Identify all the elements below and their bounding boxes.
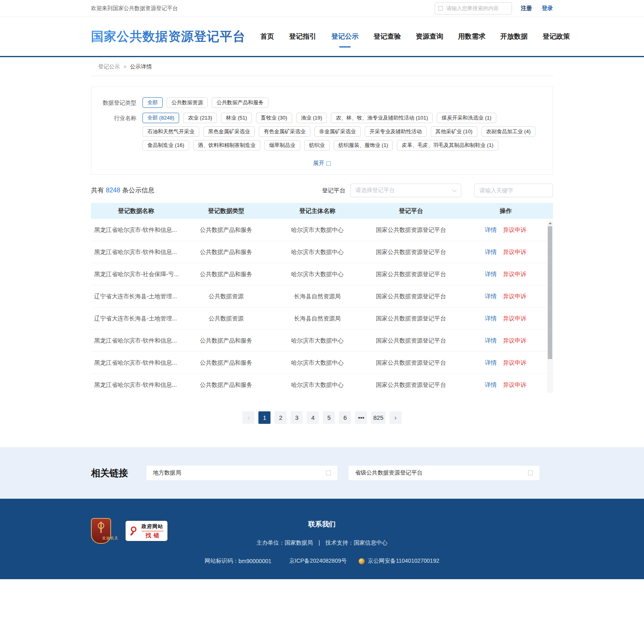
expand-button[interactable]: 展开 — [313, 160, 331, 167]
topbar-search[interactable] — [435, 2, 512, 14]
filter-type-label: 数据登记类型 — [99, 97, 136, 108]
industry-chip[interactable]: 全部 (8248) — [142, 113, 179, 123]
table-header: 登记数据名称 登记数据类型 登记主体名称 登记平台 操作 — [91, 203, 553, 219]
page-button[interactable]: 4 — [307, 411, 319, 424]
appeal-link[interactable]: 异议申诉 — [503, 359, 526, 366]
detail-link[interactable]: 详情 — [485, 382, 497, 388]
industry-chip[interactable]: 其他采矿业 (10) — [431, 126, 477, 137]
page-button[interactable]: 6 — [339, 411, 351, 424]
government-agency-badge[interactable]: 党政机关 — [91, 518, 111, 544]
industry-chip[interactable]: 林业 (51) — [221, 113, 252, 123]
table-body: 黑龙江省哈尔滨市-软件和信息... 公共数据产品和服务 哈尔滨市大数据中心 国家… — [91, 219, 553, 393]
table-scrollbar[interactable] — [547, 220, 553, 393]
industry-chip[interactable]: 农、林、牧、渔专业及辅助性活动 (101) — [331, 113, 433, 123]
cell-data-type: 公共数据产品和服务 — [181, 226, 271, 234]
breadcrumb: 登记公示 > 公示详情 — [91, 57, 553, 76]
industry-chip[interactable]: 黑色金属矿采选业 — [203, 126, 255, 137]
nav-policy[interactable]: 登记政策 — [543, 32, 570, 41]
cell-subject: 哈尔滨市大数据中心 — [271, 248, 364, 256]
type-chip[interactable]: 公共数据资源 — [167, 97, 208, 108]
appeal-link[interactable]: 异议申诉 — [503, 337, 526, 344]
industry-chip[interactable]: 食品制造业 (16) — [142, 140, 189, 151]
search-input[interactable] — [435, 2, 512, 14]
nav-home[interactable]: 首页 — [260, 32, 274, 41]
table-row: 黑龙江省哈尔滨市-软件和信息... 公共数据产品和服务 哈尔滨市大数据中心 国家… — [91, 219, 553, 241]
appeal-link[interactable]: 异议申诉 — [503, 293, 526, 299]
col-header-actions: 操作 — [458, 207, 553, 215]
topbar: 欢迎来到国家公共数据资源登记平台 注册 登录 — [0, 0, 644, 17]
type-chip[interactable]: 公共数据产品和服务 — [212, 97, 268, 108]
detail-link[interactable]: 详情 — [485, 227, 497, 233]
platform-select[interactable]: 请选择登记平台 — [350, 184, 461, 197]
nav-open-data[interactable]: 开放数据 — [500, 32, 528, 41]
cell-data-type: 公共数据产品和服务 — [181, 359, 271, 367]
next-page-button[interactable]: › — [390, 411, 402, 424]
site-error-report-badge[interactable]: 政府网站 找错 — [125, 520, 168, 542]
related-links-section: 相关链接 地方数据局 省级公共数据资源登记平台 — [0, 447, 644, 499]
page-button[interactable]: 2 — [275, 411, 287, 424]
industry-chip[interactable]: 农业 (213) — [183, 113, 217, 123]
detail-link[interactable]: 详情 — [485, 359, 497, 366]
industry-chip[interactable]: 开采专业及辅助性活动 — [365, 126, 427, 137]
icp-number: 京ICP备2024082809号 — [289, 557, 347, 565]
industry-chip[interactable]: 煤炭开采和洗选业 (1) — [437, 113, 496, 123]
scroll-up-icon[interactable] — [547, 220, 553, 226]
pagination: ‹ 1 2 3 4 5 6 ••• 825 › — [91, 411, 553, 447]
related-link-provincial-platform[interactable]: 省级公共数据资源登记平台 — [349, 466, 539, 480]
register-link[interactable]: 注册 — [521, 5, 532, 12]
industry-chip[interactable]: 渔业 (19) — [296, 113, 327, 123]
scrollbar-thumb[interactable] — [548, 226, 552, 359]
detail-link[interactable]: 详情 — [485, 249, 497, 255]
keyword-input[interactable] — [474, 184, 553, 197]
industry-chip[interactable]: 石油和天然气开采业 — [142, 126, 199, 137]
count-suffix: 条公示信息 — [122, 187, 155, 194]
page-button[interactable]: 5 — [323, 411, 335, 424]
page-button[interactable]: 825 — [371, 411, 385, 424]
breadcrumb-separator: > — [124, 64, 126, 70]
prev-page-button[interactable]: ‹ — [242, 411, 254, 424]
table-row: 辽宁省大连市长海县-土地管理... 公共数据资源 长海县自然资源局 国家公共数据… — [91, 308, 553, 330]
cell-platform: 国家公共数据资源登记平台 — [363, 226, 458, 234]
table-row: 黑龙江省哈尔滨市-软件和信息... 公共数据产品和服务 哈尔滨市大数据中心 国家… — [91, 330, 553, 352]
industry-chip[interactable]: 农副食品加工业 (4) — [481, 126, 536, 137]
appeal-link[interactable]: 异议申诉 — [503, 227, 526, 233]
industry-chip[interactable]: 烟草制品业 — [264, 140, 300, 151]
detail-link[interactable]: 详情 — [485, 271, 497, 277]
nav-data-demand[interactable]: 用数需求 — [458, 32, 485, 41]
site-code-label: 网站标识码： — [205, 557, 239, 565]
detail-link[interactable]: 详情 — [485, 337, 497, 344]
appeal-link[interactable]: 异议申诉 — [503, 382, 526, 388]
appeal-link[interactable]: 异议申诉 — [503, 271, 526, 277]
industry-chip[interactable]: 畜牧业 (30) — [256, 113, 292, 123]
detail-link[interactable]: 详情 — [485, 293, 497, 299]
industry-chip[interactable]: 有色金属矿采选业 — [259, 126, 310, 137]
cell-subject: 哈尔滨市大数据中心 — [271, 359, 364, 367]
related-link-local-bureau[interactable]: 地方数据局 — [147, 466, 337, 480]
industry-chip[interactable]: 非金属矿采选业 — [314, 126, 361, 137]
nav-resource-query[interactable]: 资源查询 — [416, 32, 443, 41]
table-row: 辽宁省大连市长海县-土地管理... 公共数据资源 长海县自然资源局 国家公共数据… — [91, 285, 553, 308]
breadcrumb-parent[interactable]: 登记公示 — [98, 63, 120, 70]
nav-guide[interactable]: 登记指引 — [289, 32, 316, 41]
footer: 党政机关 政府网站 找错 联系我们 主办单位：国家数据局 | 技术支持：国家信息… — [0, 499, 644, 579]
industry-chip[interactable]: 皮革、毛皮、羽毛及其制品和制鞋业 (1) — [397, 140, 498, 151]
industry-chip[interactable]: 纺织服装、服饰业 (1) — [334, 140, 393, 151]
filter-panel: 数据登记类型 全部 公共数据资源 公共数据产品和服务 行业名称 全部 (8248… — [91, 87, 553, 175]
count-prefix: 共有 — [91, 187, 104, 194]
page-button[interactable]: 1 — [258, 411, 270, 424]
detail-link[interactable]: 详情 — [485, 315, 497, 322]
chevron-down-icon — [326, 471, 331, 475]
industry-chip[interactable]: 纺织业 — [304, 140, 330, 151]
site-code-value: bm90000001 — [239, 558, 272, 564]
type-chip[interactable]: 全部 — [142, 97, 163, 108]
find-badge-bottom-label: 找错 — [142, 531, 163, 539]
page-ellipsis[interactable]: ••• — [355, 411, 367, 424]
page-button[interactable]: 3 — [291, 411, 303, 424]
nav-verify[interactable]: 登记查验 — [374, 32, 401, 41]
divider — [91, 76, 553, 76]
industry-chip[interactable]: 酒、饮料和精制茶制造业 — [193, 140, 260, 151]
appeal-link[interactable]: 异议申诉 — [503, 315, 526, 322]
login-link[interactable]: 登录 — [542, 5, 553, 12]
appeal-link[interactable]: 异议申诉 — [503, 249, 526, 255]
nav-publicity[interactable]: 登记公示 — [331, 32, 359, 41]
